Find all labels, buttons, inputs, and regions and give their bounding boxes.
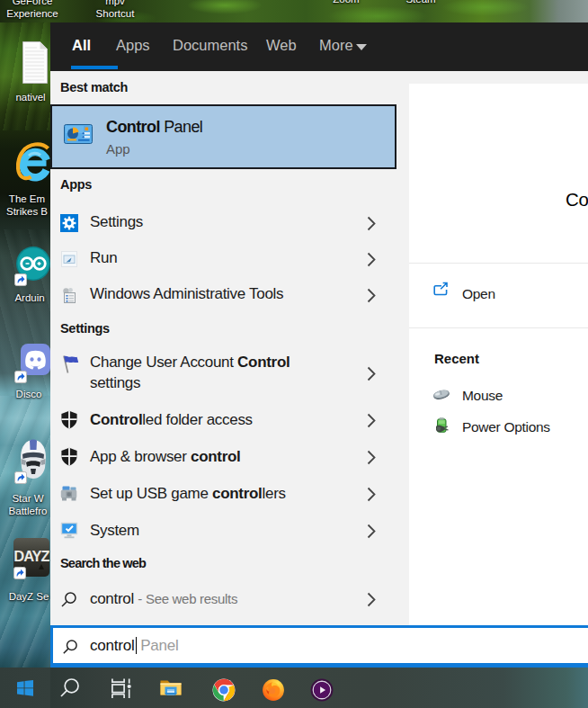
svg-text:DAYZ: DAYZ	[13, 548, 49, 564]
